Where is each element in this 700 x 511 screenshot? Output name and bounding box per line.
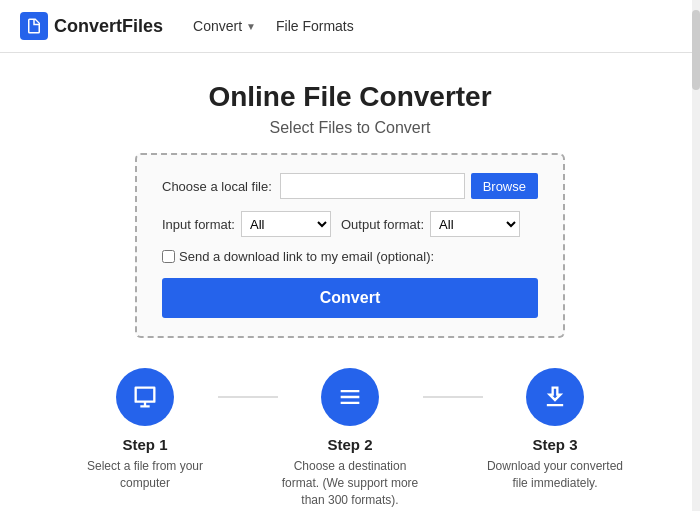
steps-section: Step 1 Select a file from your computer …	[0, 358, 700, 511]
hero-subtitle: Select Files to Convert	[20, 119, 680, 137]
nav-file-formats[interactable]: File Formats	[276, 18, 354, 34]
output-format-label: Output format:	[341, 217, 424, 232]
output-format-select[interactable]: All	[430, 211, 520, 237]
main-nav: Convert ▼ File Formats	[193, 18, 354, 34]
logo[interactable]: ConvertFiles	[20, 12, 163, 40]
scrollbar-track[interactable]	[692, 0, 700, 511]
format-row: Input format: All Output format: All	[162, 211, 538, 237]
format-icon	[336, 383, 364, 411]
convert-button[interactable]: Convert	[162, 278, 538, 318]
step-3: Step 3 Download your converted file imme…	[483, 368, 628, 492]
step-3-number: Step 3	[532, 436, 577, 453]
step-1-icon	[116, 368, 174, 426]
browse-button[interactable]: Browse	[471, 173, 538, 199]
scrollbar-thumb[interactable]	[692, 10, 700, 90]
logo-icon	[20, 12, 48, 40]
step-2-icon	[321, 368, 379, 426]
nav-convert-label: Convert	[193, 18, 242, 34]
input-format-label: Input format:	[162, 217, 235, 232]
nav-convert[interactable]: Convert ▼	[193, 18, 256, 34]
step-3-description: Download your converted file immediately…	[483, 458, 628, 492]
converter-box: Choose a local file: Browse Input format…	[135, 153, 565, 338]
chevron-down-icon: ▼	[246, 21, 256, 32]
step-2-number: Step 2	[327, 436, 372, 453]
file-input[interactable]	[280, 173, 465, 199]
input-format-select[interactable]: All	[241, 211, 331, 237]
step-3-icon	[526, 368, 584, 426]
hero-section: Online File Converter Select Files to Co…	[0, 53, 700, 153]
download-icon	[541, 383, 569, 411]
header: ConvertFiles Convert ▼ File Formats	[0, 0, 700, 53]
logo-text: ConvertFiles	[54, 16, 163, 37]
file-label: Choose a local file:	[162, 179, 272, 194]
input-format-group: Input format: All	[162, 211, 331, 237]
step-2-description: Choose a destination format. (We support…	[278, 458, 423, 508]
step-1-description: Select a file from your computer	[73, 458, 218, 492]
step-1: Step 1 Select a file from your computer	[73, 368, 218, 492]
step-2: Step 2 Choose a destination format. (We …	[278, 368, 423, 508]
step-connector-2	[423, 396, 483, 398]
nav-file-formats-label: File Formats	[276, 18, 354, 34]
output-format-group: Output format: All	[341, 211, 520, 237]
computer-icon	[131, 383, 159, 411]
email-checkbox[interactable]	[162, 250, 175, 263]
page-title: Online File Converter	[20, 81, 680, 113]
email-label: Send a download link to my email (option…	[179, 249, 434, 264]
logo-svg-icon	[25, 17, 43, 35]
step-1-number: Step 1	[122, 436, 167, 453]
email-row: Send a download link to my email (option…	[162, 249, 538, 264]
step-connector-1	[218, 396, 278, 398]
file-row: Choose a local file: Browse	[162, 173, 538, 199]
